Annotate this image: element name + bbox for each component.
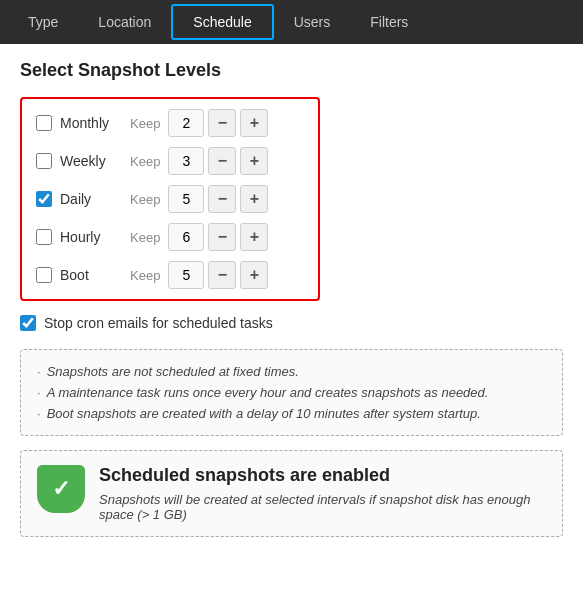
info-item-3: · Boot snapshots are created with a dela…: [37, 406, 546, 421]
hourly-checkbox[interactable]: [36, 229, 52, 245]
weekly-keep-value[interactable]: [168, 147, 204, 175]
tab-users[interactable]: Users: [274, 6, 351, 38]
shield-icon: ✓: [37, 465, 85, 513]
weekly-label: Weekly: [60, 153, 130, 169]
weekly-keep-label: Keep: [130, 154, 160, 169]
info-text-3: Boot snapshots are created with a delay …: [47, 406, 481, 421]
boot-checkbox[interactable]: [36, 267, 52, 283]
monthly-checkbox[interactable]: [36, 115, 52, 131]
tab-type[interactable]: Type: [8, 6, 78, 38]
main-content: Select Snapshot Levels Monthly Keep − + …: [0, 44, 583, 553]
level-row-daily: Daily Keep − +: [36, 185, 304, 213]
monthly-keep-label: Keep: [130, 116, 160, 131]
boot-label: Boot: [60, 267, 130, 283]
hourly-decrement-button[interactable]: −: [208, 223, 236, 251]
level-row-boot: Boot Keep − +: [36, 261, 304, 289]
cron-label: Stop cron emails for scheduled tasks: [44, 315, 273, 331]
status-description: Snapshots will be created at selected in…: [99, 492, 546, 522]
hourly-label: Hourly: [60, 229, 130, 245]
checkmark-icon: ✓: [52, 476, 70, 502]
level-row-monthly: Monthly Keep − +: [36, 109, 304, 137]
monthly-keep-value[interactable]: [168, 109, 204, 137]
info-box: · Snapshots are not scheduled at fixed t…: [20, 349, 563, 436]
boot-keep-value[interactable]: [168, 261, 204, 289]
status-text-block: Scheduled snapshots are enabled Snapshot…: [99, 465, 546, 522]
daily-keep-label: Keep: [130, 192, 160, 207]
info-item-2: · A maintenance task runs once every hou…: [37, 385, 546, 400]
boot-decrement-button[interactable]: −: [208, 261, 236, 289]
daily-label: Daily: [60, 191, 130, 207]
level-row-hourly: Hourly Keep − +: [36, 223, 304, 251]
tab-filters[interactable]: Filters: [350, 6, 428, 38]
weekly-decrement-button[interactable]: −: [208, 147, 236, 175]
daily-increment-button[interactable]: +: [240, 185, 268, 213]
info-bullet-3: ·: [37, 406, 41, 421]
daily-decrement-button[interactable]: −: [208, 185, 236, 213]
monthly-label: Monthly: [60, 115, 130, 131]
cron-row: Stop cron emails for scheduled tasks: [20, 315, 563, 331]
snapshot-levels-box: Monthly Keep − + Weekly Keep − + Daily K…: [20, 97, 320, 301]
monthly-decrement-button[interactable]: −: [208, 109, 236, 137]
info-text-1: Snapshots are not scheduled at fixed tim…: [47, 364, 299, 379]
boot-increment-button[interactable]: +: [240, 261, 268, 289]
status-icon-container: ✓: [37, 465, 85, 513]
cron-checkbox[interactable]: [20, 315, 36, 331]
tab-location[interactable]: Location: [78, 6, 171, 38]
top-navigation: Type Location Schedule Users Filters: [0, 0, 583, 44]
level-row-weekly: Weekly Keep − +: [36, 147, 304, 175]
status-title: Scheduled snapshots are enabled: [99, 465, 546, 486]
daily-keep-value[interactable]: [168, 185, 204, 213]
daily-checkbox[interactable]: [36, 191, 52, 207]
hourly-increment-button[interactable]: +: [240, 223, 268, 251]
info-bullet-2: ·: [37, 385, 41, 400]
hourly-keep-value[interactable]: [168, 223, 204, 251]
tab-schedule[interactable]: Schedule: [171, 4, 273, 40]
status-box: ✓ Scheduled snapshots are enabled Snapsh…: [20, 450, 563, 537]
info-text-2: A maintenance task runs once every hour …: [47, 385, 489, 400]
weekly-increment-button[interactable]: +: [240, 147, 268, 175]
monthly-increment-button[interactable]: +: [240, 109, 268, 137]
weekly-checkbox[interactable]: [36, 153, 52, 169]
info-bullet-1: ·: [37, 364, 41, 379]
info-item-1: · Snapshots are not scheduled at fixed t…: [37, 364, 546, 379]
hourly-keep-label: Keep: [130, 230, 160, 245]
section-title: Select Snapshot Levels: [20, 60, 563, 81]
boot-keep-label: Keep: [130, 268, 160, 283]
